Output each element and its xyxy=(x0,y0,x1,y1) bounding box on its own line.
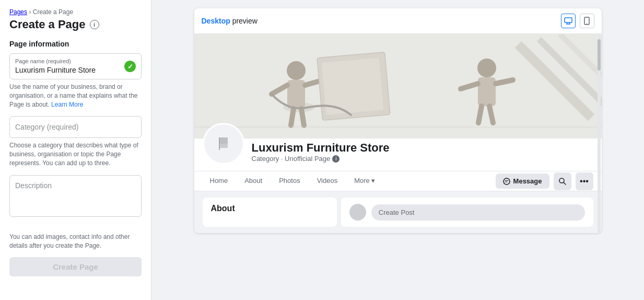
svg-rect-17 xyxy=(478,77,496,106)
nav-tab-videos[interactable]: Videos xyxy=(310,171,345,191)
preview-card: Desktop preview xyxy=(194,8,602,233)
profile-info-icon: i xyxy=(332,155,339,163)
right-panel: Desktop preview xyxy=(151,0,644,300)
about-box: About xyxy=(203,198,337,227)
profile-avatar xyxy=(203,123,244,165)
svg-point-8 xyxy=(287,61,306,80)
preview-header: Desktop preview xyxy=(194,8,602,34)
description-input[interactable]: Description xyxy=(9,175,142,217)
scrollbar-thumb[interactable] xyxy=(598,39,601,71)
breadcrumb-separator: › xyxy=(29,8,31,16)
create-post-avatar xyxy=(349,204,366,221)
info-icon[interactable]: i xyxy=(90,20,99,29)
category-placeholder: Category (required) xyxy=(15,123,78,131)
helper-text-category: Choose a category that describes what ty… xyxy=(9,141,142,167)
svg-line-19 xyxy=(496,80,513,84)
svg-rect-6 xyxy=(194,34,602,139)
breadcrumb-current: Create a Page xyxy=(33,8,73,16)
nav-actions: Message ••• xyxy=(496,172,593,190)
scrollbar-track[interactable] xyxy=(598,34,601,233)
page-name-value: Luxurism Furniture Store xyxy=(15,66,96,74)
create-post-box: Create Post xyxy=(341,198,593,227)
page-title: Create a Page i xyxy=(9,18,142,31)
svg-rect-0 xyxy=(565,18,572,22)
create-page-button[interactable]: Create Page xyxy=(9,257,142,276)
preview-label: preview xyxy=(232,17,257,25)
nav-tab-about[interactable]: About xyxy=(237,171,270,191)
svg-line-13 xyxy=(301,109,304,125)
breadcrumb: Pages › Create a Page xyxy=(9,8,142,16)
svg-line-21 xyxy=(489,106,493,123)
svg-rect-9 xyxy=(287,80,305,109)
nav-tab-photos[interactable]: Photos xyxy=(272,171,307,191)
page-name-label: Page name (required) xyxy=(15,58,122,64)
svg-point-5 xyxy=(587,23,588,24)
profile-section: Luxurism Furniture Store Category · Unof… xyxy=(194,139,602,171)
profile-info: Luxurism Furniture Store Category · Unof… xyxy=(252,141,390,163)
cover-photo xyxy=(194,34,602,139)
message-button[interactable]: Message xyxy=(496,174,549,189)
create-post-button[interactable]: Create Post xyxy=(371,204,585,221)
svg-rect-28 xyxy=(219,137,228,144)
nav-tab-home[interactable]: Home xyxy=(203,171,236,191)
page-nav: Home About Photos Videos More ▾ Message xyxy=(194,171,602,191)
more-button[interactable]: ••• xyxy=(576,172,593,190)
svg-point-30 xyxy=(504,178,510,184)
page-information-label: Page information xyxy=(9,40,142,48)
search-button[interactable] xyxy=(554,172,571,190)
left-panel: Pages › Create a Page Create a Page i Pa… xyxy=(0,0,151,300)
preview-wrapper: Luxurism Furniture Store Category · Unof… xyxy=(194,34,602,233)
nav-tab-more[interactable]: More ▾ xyxy=(347,171,382,191)
breadcrumb-pages-link[interactable]: Pages xyxy=(9,8,27,16)
page-name-input-wrapper[interactable]: Page name (required) Luxurism Furniture … xyxy=(9,53,142,79)
desktop-icon-button[interactable] xyxy=(561,14,576,28)
profile-subtitle: Category · Unofficial Page i xyxy=(252,155,390,163)
about-title: About xyxy=(211,204,329,213)
check-icon xyxy=(124,61,136,72)
svg-line-12 xyxy=(291,109,294,125)
description-placeholder: Description xyxy=(15,181,52,190)
svg-line-20 xyxy=(478,106,482,123)
svg-line-32 xyxy=(564,182,566,184)
mobile-icon-button[interactable] xyxy=(580,14,594,28)
nav-tabs: Home About Photos Videos More ▾ xyxy=(203,171,496,191)
desktop-label: Desktop xyxy=(202,17,230,25)
helper-text-name: Use the name of your business, brand or … xyxy=(9,83,142,109)
device-icons xyxy=(561,14,594,28)
page-title-text: Create a Page xyxy=(9,18,86,31)
svg-point-16 xyxy=(477,59,496,77)
preview-header-label: Desktop preview xyxy=(202,17,257,25)
bottom-helper-text: You can add images, contact info and oth… xyxy=(9,233,142,250)
category-input[interactable]: Category (required) xyxy=(9,116,142,138)
learn-more-link[interactable]: Learn More xyxy=(51,101,83,108)
page-content: About Create Post xyxy=(194,191,602,233)
profile-name: Luxurism Furniture Store xyxy=(252,141,390,155)
message-button-label: Message xyxy=(513,177,542,185)
